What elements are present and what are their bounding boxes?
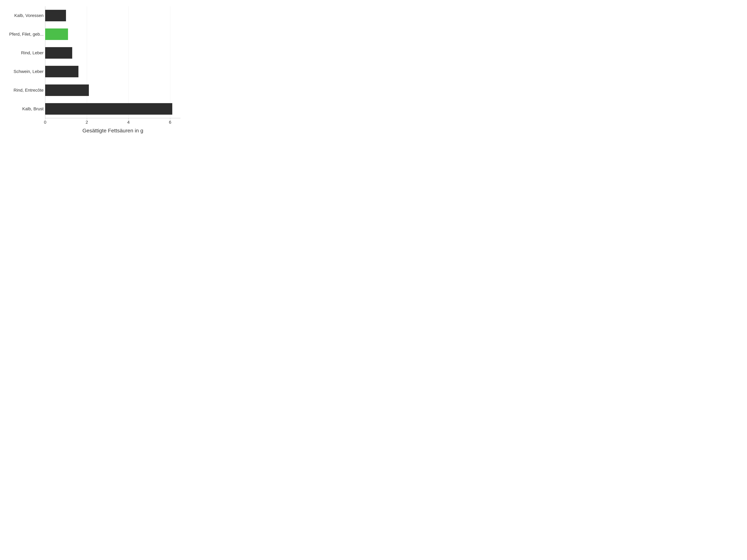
y-tick-label: Rind, Leber	[3, 50, 44, 55]
bar-chart: Kalb, Voressen Pferd, Filet, geb... Rind…	[0, 0, 187, 140]
bar-kalb-brust	[45, 103, 172, 115]
x-tick-label: 0	[44, 120, 46, 125]
bar-pferd-filet	[45, 28, 68, 40]
x-tick-mark	[87, 118, 87, 119]
y-tick-label: Kalb, Voressen	[3, 13, 44, 18]
x-tick-label: 4	[127, 120, 130, 125]
x-tick-label: 2	[85, 120, 88, 125]
y-tick-label: Rind, Entrecôte	[3, 88, 44, 93]
plot-area	[45, 6, 181, 118]
y-tick-label: Pferd, Filet, geb...	[3, 32, 44, 37]
bar-kalb-voressen	[45, 10, 66, 21]
x-tick-label: 6	[169, 120, 171, 125]
gridline	[87, 6, 87, 118]
x-axis-title: Gesättigte Fettsäuren in g	[45, 128, 181, 134]
gridline	[128, 6, 129, 118]
x-tick-mark	[128, 118, 129, 119]
y-tick-label: Kalb, Brust	[3, 106, 44, 111]
bar-rind-leber	[45, 47, 72, 59]
bar-rind-entrecote	[45, 84, 89, 96]
bar-schwein-leber	[45, 66, 78, 77]
y-tick-label: Schwein, Leber	[3, 69, 44, 74]
